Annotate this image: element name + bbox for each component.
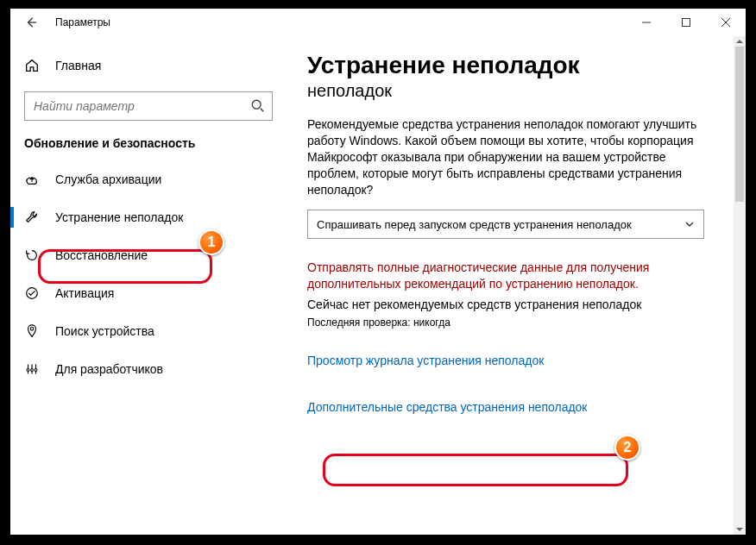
svg-point-6 (35, 368, 37, 371)
scroll-down-icon (735, 525, 744, 534)
svg-point-2 (27, 288, 38, 299)
nav-list: Служба архивации Устранение неполадок Во… (10, 160, 287, 388)
nav-label: Устранение неполадок (55, 210, 183, 224)
history-link[interactable]: Просмотр журнала устранения неполадок (307, 354, 544, 367)
chevron-down-icon (684, 219, 695, 229)
maximize-icon (682, 18, 690, 27)
sidebar-section-title: Обновление и безопасность (10, 136, 287, 160)
recommend-level-select[interactable]: Спрашивать перед запуском средств устран… (307, 210, 704, 239)
back-button[interactable] (10, 9, 52, 36)
nav-label: Активация (55, 286, 114, 300)
minimize-button[interactable] (627, 9, 666, 36)
sidebar-item-troubleshoot[interactable]: Устранение неполадок (10, 198, 287, 236)
description-text: Рекомендуемые средства устранения непола… (307, 116, 704, 197)
sidebar-item-activation[interactable]: Активация (10, 274, 287, 312)
combo-value: Спрашивать перед запуском средств устран… (317, 218, 632, 231)
svg-point-4 (27, 368, 29, 371)
nav-label: Для разработчиков (55, 362, 163, 376)
search-icon (250, 98, 266, 114)
backup-icon (24, 172, 40, 187)
sidebar-home[interactable]: Главная (10, 48, 287, 83)
sidebar-item-finddevice[interactable]: Поиск устройства (10, 312, 287, 350)
nav-label: Служба архивации (55, 172, 161, 186)
scrollbar[interactable] (734, 36, 746, 535)
more-link-row: Дополнительные средства устранения непол… (307, 399, 588, 415)
window-controls (627, 9, 746, 36)
home-icon (24, 58, 40, 73)
nav-label: Поиск устройства (55, 324, 154, 338)
sidebar: Главная Обновление и безопасность Служба… (10, 36, 287, 535)
nav-label: Восстановление (55, 248, 148, 262)
window-title: Параметры (52, 16, 110, 28)
recovery-icon (24, 247, 40, 263)
close-button[interactable] (706, 9, 746, 36)
page-title: Устранение неполадок (307, 52, 735, 79)
sidebar-item-backup[interactable]: Служба архивации (10, 160, 287, 198)
content-area: Главная Обновление и безопасность Служба… (10, 36, 746, 535)
no-recommended-text: Сейчас нет рекомендуемых средств устране… (307, 298, 735, 311)
developers-icon (24, 361, 40, 377)
maximize-button[interactable] (666, 9, 706, 36)
find-device-icon (24, 323, 40, 339)
minimize-icon (642, 18, 651, 27)
svg-point-5 (31, 368, 34, 371)
diagnostic-warning-link[interactable]: Отправлять полные диагностические данные… (307, 260, 704, 292)
search-wrap (24, 91, 273, 121)
additional-troubleshooters-link[interactable]: Дополнительные средства устранения непол… (307, 400, 588, 414)
sidebar-item-recovery[interactable]: Восстановление (10, 236, 287, 274)
main-panel: Устранение неполадок неполадок Рекоменду… (287, 36, 746, 535)
settings-window: Параметры Главная Обновление и безопасно… (10, 9, 746, 535)
activation-icon (24, 285, 40, 301)
titlebar: Параметры (10, 9, 746, 36)
wrench-icon (24, 210, 40, 225)
last-check-text: Последняя проверка: никогда (307, 316, 735, 329)
search-input[interactable] (24, 91, 273, 121)
svg-point-1 (252, 100, 261, 109)
sidebar-item-developers[interactable]: Для разработчиков (10, 350, 287, 388)
svg-rect-0 (683, 19, 690, 27)
close-icon (721, 18, 730, 27)
scrollbar-thumb[interactable] (735, 47, 744, 202)
sidebar-home-label: Главная (55, 59, 101, 72)
page-subtitle: неполадок (307, 81, 735, 101)
svg-point-3 (30, 328, 34, 331)
history-link-row: Просмотр журнала устранения неполадок (307, 353, 735, 368)
arrow-left-icon (25, 16, 37, 28)
scroll-up-icon (735, 37, 744, 46)
